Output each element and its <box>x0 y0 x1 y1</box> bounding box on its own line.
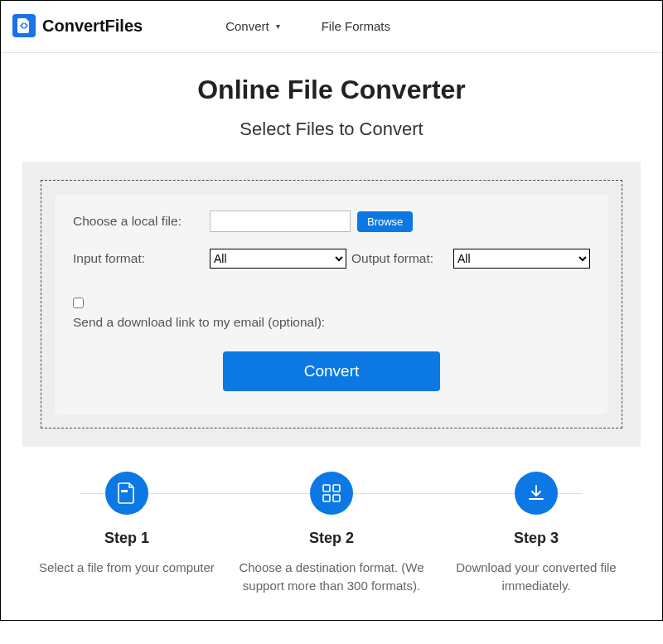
brand-icon <box>12 14 36 37</box>
upload-panel: Choose a local file: Browse Input format… <box>55 194 608 414</box>
file-row: Choose a local file: Browse <box>73 211 590 232</box>
step-2: Step 2 Choose a destination format. (We … <box>232 472 431 595</box>
upload-panel-outer: Choose a local file: Browse Input format… <box>22 162 641 447</box>
page-title: Online File Converter <box>22 75 641 105</box>
chevron-down-icon: ▾ <box>276 22 280 31</box>
upload-panel-dashed: Choose a local file: Browse Input format… <box>41 180 622 429</box>
nav-file-formats[interactable]: File Formats <box>322 19 390 33</box>
nav: Convert ▾ File Formats <box>225 19 390 33</box>
nav-formats-label: File Formats <box>322 19 390 33</box>
step-2-title: Step 2 <box>232 530 431 547</box>
email-opt-row: Send a download link to my email (option… <box>73 297 590 330</box>
output-format-label: Output format: <box>351 251 433 266</box>
page-subtitle: Select Files to Convert <box>22 119 641 140</box>
file-path-input[interactable] <box>210 211 351 232</box>
browse-button[interactable]: Browse <box>357 211 413 232</box>
step-3-title: Step 3 <box>437 530 636 547</box>
brand-logo[interactable]: ConvertFiles <box>12 14 143 37</box>
step-1: Step 1 Select a file from your computer <box>27 472 226 595</box>
email-opt-label: Send a download link to my email (option… <box>73 315 590 330</box>
svg-rect-4 <box>333 495 340 501</box>
steps-row: Step 1 Select a file from your computer … <box>22 472 641 595</box>
svg-rect-0 <box>121 490 128 492</box>
nav-convert[interactable]: Convert ▾ <box>225 19 280 33</box>
step-3: Step 3 Download your converted file imme… <box>437 472 636 595</box>
brand-name: ConvertFiles <box>42 17 143 36</box>
header: ConvertFiles Convert ▾ File Formats <box>1 1 662 53</box>
main: Online File Converter Select Files to Co… <box>1 53 662 620</box>
input-format-label: Input format: <box>73 251 210 266</box>
step-1-desc: Select a file from your computer <box>27 559 226 577</box>
file-icon <box>105 472 148 515</box>
svg-rect-3 <box>323 495 330 501</box>
nav-convert-label: Convert <box>225 19 269 33</box>
step-2-desc: Choose a destination format. (We support… <box>232 559 431 595</box>
email-opt-checkbox[interactable] <box>73 298 84 308</box>
choose-file-label: Choose a local file: <box>73 214 210 229</box>
step-1-title: Step 1 <box>27 530 226 547</box>
svg-rect-2 <box>333 485 340 491</box>
input-format-select[interactable]: All <box>210 249 346 269</box>
download-icon <box>515 472 558 515</box>
step-3-desc: Download your converted file immediately… <box>437 559 636 595</box>
format-row: Input format: All Output format: All <box>73 249 590 269</box>
grid-icon <box>310 472 353 515</box>
output-format-select[interactable]: All <box>453 249 590 269</box>
convert-button[interactable]: Convert <box>223 351 440 391</box>
svg-rect-1 <box>323 485 330 491</box>
